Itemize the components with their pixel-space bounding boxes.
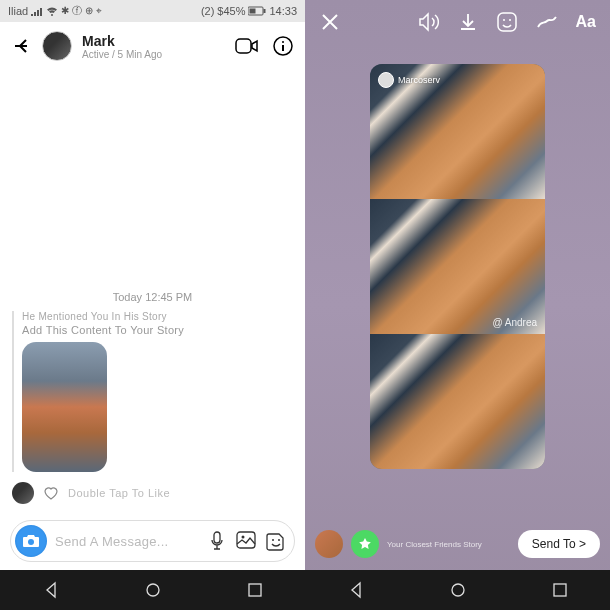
story-editor-header: Aa [305,0,610,44]
info-icon[interactable] [273,36,293,56]
story-author-name: Marcoserv [398,75,440,85]
nav-home-icon[interactable] [449,581,467,599]
svg-point-16 [503,19,505,21]
svg-point-5 [282,41,284,43]
close-icon[interactable] [319,11,341,33]
back-button[interactable] [12,36,32,56]
active-status: Active / 5 Min Ago [82,49,225,60]
status-icons: ✱ ⓕ ⊕ ⌖ [61,4,101,18]
story-card[interactable]: Marcoserv @ Andrea [370,64,545,469]
story-mention-tag: @ Andrea [492,317,537,328]
battery-label: $45% [217,5,245,17]
send-to-button[interactable]: Send To > [518,530,600,558]
message-input[interactable]: Send A Message... [55,534,200,549]
svg-rect-2 [264,9,266,13]
time-label: 14:33 [269,5,297,17]
footer-label: Your Closest Friends Story [387,540,482,549]
status-bar: Iliad ✱ ⓕ ⊕ ⌖ (2) $45% 14:33 [0,0,305,22]
add-to-story-link[interactable]: Add This Content To Your Story [22,324,293,336]
mention-block: He Mentioned You In His Story Add This C… [12,311,293,472]
close-friends-button[interactable] [351,530,379,558]
svg-point-17 [509,19,511,21]
heart-icon[interactable] [42,484,60,502]
chat-header: Mark Active / 5 Min Ago [0,22,305,70]
notification-count: (2) [201,5,214,17]
double-tap-hint: Double Tap To Like [68,487,170,499]
chat-body: Today 12:45 PM He Mentioned You In His S… [0,70,305,514]
microphone-icon[interactable] [208,531,226,551]
svg-rect-19 [554,584,566,596]
story-footer: Your Closest Friends Story Send To > [305,518,610,570]
battery-icon [248,6,266,16]
svg-point-12 [278,539,280,541]
sticker-tool-icon[interactable] [496,11,518,33]
nav-back-icon[interactable] [42,581,60,599]
wifi-icon [46,6,58,16]
signal-icon [31,6,43,16]
story-canvas[interactable]: Marcoserv @ Andrea [305,44,610,518]
video-call-icon[interactable] [235,36,259,56]
svg-point-11 [272,539,274,541]
chat-username: Mark [82,33,225,49]
svg-rect-8 [214,532,220,543]
android-nav-bar [0,570,305,610]
svg-point-10 [242,536,245,539]
svg-point-7 [28,539,34,545]
svg-rect-15 [498,13,516,31]
android-nav-bar-right [305,570,610,610]
mention-text: He Mentioned You In His Story [22,311,293,322]
svg-rect-14 [249,584,261,596]
carrier-label: Iliad [8,5,28,17]
story-author-tag: Marcoserv [378,72,440,88]
nav-back-icon[interactable] [347,581,365,599]
message-input-bar[interactable]: Send A Message... [10,520,295,562]
draw-icon[interactable] [536,12,558,32]
star-icon [358,537,372,551]
arrow-left-icon [12,36,32,56]
svg-point-13 [147,584,159,596]
sound-icon[interactable] [418,12,440,32]
message-timestamp: Today 12:45 PM [12,291,293,303]
camera-button[interactable] [15,525,47,557]
user-avatar[interactable] [42,31,72,61]
story-author-avatar [378,72,394,88]
gallery-icon[interactable] [236,531,256,549]
nav-recent-icon[interactable] [552,582,568,598]
story-preview-thumbnail[interactable] [22,342,107,472]
nav-home-icon[interactable] [144,581,162,599]
sticker-icon[interactable] [266,531,286,551]
nav-recent-icon[interactable] [247,582,263,598]
text-tool-icon[interactable]: Aa [576,13,596,31]
svg-point-18 [452,584,464,596]
svg-rect-1 [250,9,256,14]
camera-icon [22,533,40,549]
sender-avatar[interactable] [12,482,34,504]
your-story-button[interactable] [315,530,343,558]
download-icon[interactable] [458,12,478,32]
svg-rect-3 [236,39,251,53]
svg-rect-6 [282,45,284,51]
